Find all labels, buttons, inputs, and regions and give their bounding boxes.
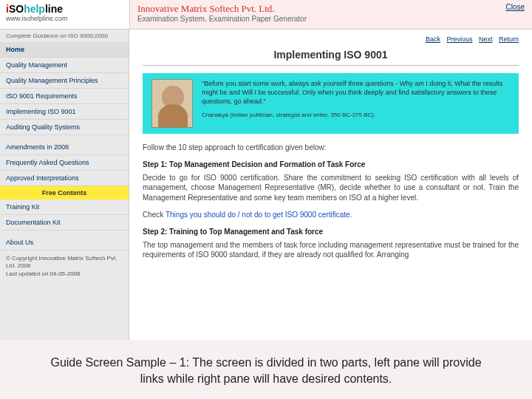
divider (143, 65, 519, 66)
content-title: Implementing ISO 9001 (143, 49, 519, 61)
sidebar-link[interactable]: Frequently Asked Questions (0, 155, 129, 171)
top-bar: iSOhelpline www.isohelpline.com Innovati… (0, 0, 532, 30)
step2-heading: Step 2: Training to Top Management and T… (143, 228, 519, 236)
sidebar-link-home[interactable]: Home (0, 42, 129, 58)
sidebar-link[interactable]: Training Kit (0, 200, 129, 215)
step2-body: The top management and the members of ta… (143, 240, 519, 260)
updated-text: Last updated on 04-05-2008 (6, 270, 123, 278)
sidebar-link-about[interactable]: About Us (0, 235, 129, 250)
sidebar-link[interactable]: Approved Interpretations (0, 171, 129, 186)
header-title: Innovative Matrix Softech Pvt. Ltd. Exam… (129, 0, 532, 29)
sidebar-link[interactable]: ISO 9001 Requirements (0, 89, 129, 104)
slide-caption: Guide Screen Sample – 1: The screen is d… (0, 347, 532, 394)
logo-area: iSOhelpline www.isohelpline.com (0, 0, 129, 29)
close-link[interactable]: Close (505, 3, 525, 11)
logo-brand: iSOhelpline (6, 3, 123, 15)
quote-attribution: Chanakya (Indian politician, strategist … (202, 112, 510, 120)
sidebar-link[interactable]: Auditing Quality Systems (0, 120, 129, 135)
check-link[interactable]: Things you should do / not do to get ISO… (166, 211, 352, 219)
main-area: Complete Guidance on ISO 9000:2000 Home … (0, 30, 532, 340)
sidebar-link[interactable]: Documentation Kit (0, 215, 129, 231)
step1-body: Decide to go for ISO 9000 certification.… (143, 173, 519, 203)
nav-return[interactable]: Return (499, 35, 519, 43)
company-subtitle: Examination System, Examination Paper Ge… (137, 15, 525, 23)
sidebar-link[interactable]: Quality Management Principles (0, 73, 129, 89)
sidebar-tagline: Complete Guidance on ISO 9000:2000 (0, 30, 129, 42)
nav-previous[interactable]: Previous (446, 35, 472, 43)
quote-box: "Before you start some work, always ask … (143, 73, 519, 134)
sidebar-link[interactable]: Implementing ISO 9001 (0, 104, 129, 120)
step1-heading: Step 1: Top Management Decision and Form… (143, 160, 519, 168)
check-prefix: Check (143, 211, 166, 219)
sidebar-link[interactable]: Quality Management (0, 58, 129, 73)
nav-next[interactable]: Next (479, 35, 493, 43)
body-text: Follow the 10 step approach to certifica… (143, 143, 519, 260)
portrait-image (151, 79, 193, 128)
content-pane: Back Previous Next Return Implementing I… (129, 30, 532, 340)
sidebar: Complete Guidance on ISO 9000:2000 Home … (0, 30, 129, 340)
intro-text: Follow the 10 step approach to certifica… (143, 143, 519, 153)
logo-url: www.isohelpline.com (6, 15, 123, 22)
content-nav: Back Previous Next Return (143, 35, 519, 43)
company-name: Innovative Matrix Softech Pvt. Ltd. (137, 3, 525, 15)
app-screenshot: iSOhelpline www.isohelpline.com Innovati… (0, 0, 532, 340)
quote-text-block: "Before you start some work, always ask … (202, 79, 510, 128)
sidebar-link[interactable]: Amendments in 2008 (0, 140, 129, 155)
nav-back[interactable]: Back (426, 35, 440, 43)
quote-text: "Before you start some work, always ask … (202, 79, 510, 106)
sidebar-section-free: Free Contents (0, 186, 129, 200)
sidebar-copyright: © Copyright Innovative Matrix Softech Pv… (0, 250, 129, 282)
copyright-text: © Copyright Innovative Matrix Softech Pv… (6, 255, 123, 270)
step1-check: Check Things you should do / not do to g… (143, 210, 519, 220)
